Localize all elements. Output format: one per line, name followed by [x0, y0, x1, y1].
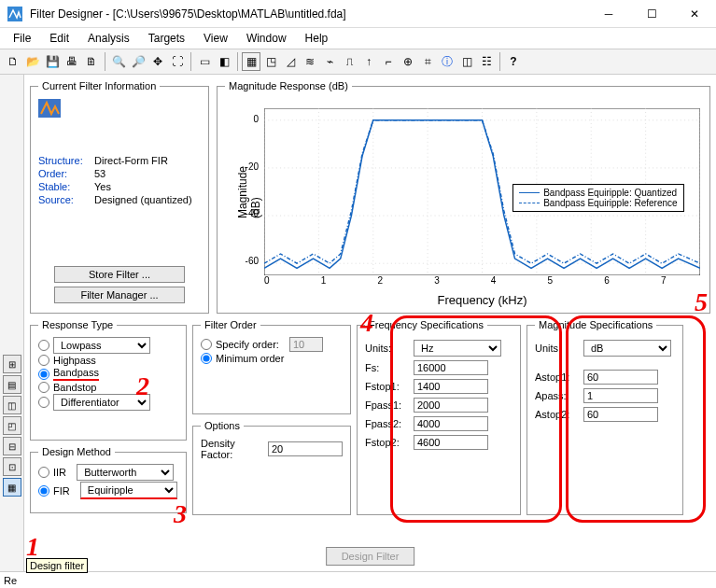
window-title: Filter Designer - [C:\Users\99675\Deskto… — [30, 7, 587, 21]
options-panel: Options Density Factor: — [192, 420, 351, 515]
menu-analysis[interactable]: Analysis — [78, 30, 139, 47]
astop1-input[interactable] — [583, 370, 658, 385]
fir-select[interactable]: Equiripple — [80, 482, 177, 499]
sidetool-5[interactable]: ⊟ — [3, 437, 21, 455]
resp-diff-radio[interactable] — [38, 397, 49, 408]
fvtool-icon[interactable]: ▭ — [195, 52, 214, 71]
filter-properties: Structure:Direct-Form FIR Order:53 Stabl… — [38, 155, 201, 207]
filter-manager-button[interactable]: Filter Manager ... — [54, 287, 185, 303]
lowpass-select[interactable]: Lowpass — [53, 337, 150, 354]
fpass2-input[interactable] — [414, 416, 488, 431]
astop2-input[interactable] — [583, 407, 658, 422]
open-icon[interactable]: 📂 — [23, 52, 42, 71]
filter-order-panel: Filter Order Specify order: Minimum orde… — [192, 319, 351, 414]
zoomin-icon[interactable]: 🔍 — [109, 52, 128, 71]
status-text: Re — [4, 575, 17, 586]
coeffs-icon[interactable]: ⌗ — [418, 52, 437, 71]
iir-radio[interactable] — [38, 467, 49, 478]
fstop2-input[interactable] — [414, 435, 488, 450]
impresp-icon[interactable]: ↑ — [359, 52, 378, 71]
minimum-order-radio[interactable] — [201, 353, 212, 364]
specify-order-radio[interactable] — [201, 339, 212, 350]
design-filter-button[interactable]: Design Filter — [326, 547, 415, 566]
menu-edit[interactable]: Edit — [40, 30, 78, 47]
frequency-specifications-panel: Frequency Specifications Units:Hz Fs: Fs… — [357, 319, 521, 515]
toolbar-sep — [105, 52, 105, 71]
resp-bandstop-radio[interactable] — [38, 382, 49, 393]
roundoff-icon[interactable]: ☷ — [477, 52, 496, 71]
sidetool-2[interactable]: ▤ — [3, 375, 21, 394]
restore-icon[interactable]: ⛶ — [168, 52, 187, 71]
help-icon[interactable]: ? — [504, 52, 523, 71]
fstop1-input[interactable] — [414, 379, 488, 394]
freq-units-select[interactable]: Hz — [414, 340, 501, 357]
store-filter-button[interactable]: Store Filter ... — [54, 266, 185, 283]
info-icon[interactable]: ⓘ — [438, 52, 456, 71]
response-type-panel: Response Type Lowpass Highpass Bandpass … — [30, 319, 187, 441]
statusbar: Re — [0, 571, 716, 588]
menu-window[interactable]: Window — [237, 30, 296, 47]
apass-input[interactable] — [583, 388, 658, 403]
sidetool-design-filter[interactable]: ▦ — [3, 478, 21, 497]
pan-icon[interactable]: ✥ — [148, 52, 167, 71]
fir-radio[interactable] — [38, 485, 49, 497]
plot-area[interactable]: Bandpass Equiripple: Quantized Bandpass … — [264, 108, 700, 275]
sidetool-1[interactable]: ⊞ — [3, 355, 21, 373]
stepresp-icon[interactable]: ⌐ — [379, 52, 398, 71]
toolbar-sep — [237, 52, 238, 71]
tooltip: Design filter — [26, 558, 88, 573]
phasedelay-icon[interactable]: ⎍ — [340, 52, 358, 71]
polezero-icon[interactable]: ⊕ — [399, 52, 417, 71]
magnitude-response-panel: Magnitude Response (dB) Magnitude (dB) 0… — [217, 80, 710, 314]
magnitude-specifications-panel: Magnitude Specifications Units:dB Astop1… — [526, 319, 683, 515]
sidetool-3[interactable]: ◫ — [3, 396, 21, 414]
diff-select[interactable]: Differentiator — [53, 394, 150, 411]
menu-view[interactable]: View — [194, 30, 237, 47]
print-icon[interactable]: 🖶 — [63, 52, 81, 71]
app-icon — [7, 7, 22, 21]
fs-input[interactable] — [414, 360, 488, 375]
new-icon[interactable]: 🗋 — [4, 52, 22, 71]
menu-targets[interactable]: Targets — [139, 30, 194, 47]
toolbar: 🗋 📂 💾 🖶 🗎 🔍 🔎 ✥ ⛶ ▭ ◧ ▦ ◳ ◿ ≋ ⌁ ⎍ ↑ ⌐ ⊕ … — [0, 49, 716, 75]
magresp-legend: Magnitude Response (dB) — [225, 80, 352, 91]
fullview-icon[interactable]: ◧ — [215, 52, 233, 71]
sidetool-4[interactable]: ◰ — [3, 416, 21, 435]
side-toolbar: ⊞ ▤ ◫ ◰ ⊟ ⊡ ▦ — [0, 75, 24, 571]
iir-select[interactable]: Butterworth — [77, 464, 174, 481]
fpass1-input[interactable] — [414, 398, 488, 413]
matlab-logo-icon — [38, 99, 61, 118]
minimize-button[interactable]: ─ — [587, 0, 630, 28]
titlebar: Filter Designer - [C:\Users\99675\Deskto… — [0, 0, 716, 28]
menu-file[interactable]: File — [4, 30, 40, 47]
maximize-button[interactable]: ☐ — [630, 0, 673, 28]
toolbar-sep — [499, 52, 500, 71]
magest-icon[interactable]: ◫ — [457, 52, 476, 71]
current-filter-info: Current Filter Information Structure:Dir… — [30, 80, 209, 314]
printpreview-icon[interactable]: 🗎 — [82, 52, 101, 71]
x-axis-label: Frequency (kHz) — [264, 293, 700, 307]
groupdelay-icon[interactable]: ⌁ — [320, 52, 339, 71]
magphase-icon[interactable]: ≋ — [301, 52, 319, 71]
chart-legend: Bandpass Equiripple: Quantized Bandpass … — [512, 184, 683, 212]
close-button[interactable]: ✕ — [673, 0, 716, 28]
resp-lowpass-radio[interactable] — [38, 340, 49, 351]
mag-icon[interactable]: ◳ — [261, 52, 280, 71]
mag-units-select[interactable]: dB — [583, 340, 671, 357]
toolbar-sep — [190, 52, 191, 71]
phase-icon[interactable]: ◿ — [281, 52, 300, 71]
zoomout-icon[interactable]: 🔎 — [129, 52, 147, 71]
resp-bandpass-radio[interactable] — [38, 369, 49, 380]
filter-info-legend: Current Filter Information — [38, 80, 160, 91]
specs-icon[interactable]: ▦ — [242, 52, 260, 71]
resp-highpass-radio[interactable] — [38, 355, 49, 366]
density-input[interactable] — [268, 441, 343, 456]
menubar: File Edit Analysis Targets View Window H… — [0, 28, 716, 49]
sidetool-6[interactable]: ⊡ — [3, 457, 21, 476]
save-icon[interactable]: 💾 — [43, 52, 62, 71]
menu-help[interactable]: Help — [296, 30, 338, 47]
specify-order-input — [289, 337, 323, 352]
design-method-panel: Design Method IIR Butterworth FIR Equiri… — [30, 446, 187, 513]
